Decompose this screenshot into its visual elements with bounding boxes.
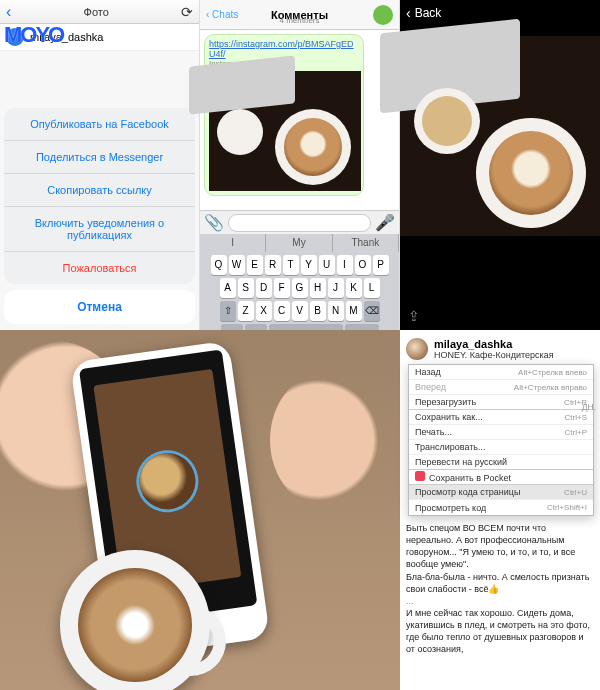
key-m[interactable]: M bbox=[346, 301, 362, 321]
caption-line: Быть спецом ВО ВСЕМ почти что нереально.… bbox=[406, 522, 594, 571]
chat-input[interactable] bbox=[228, 214, 371, 232]
enable-notifications[interactable]: Включить уведомления о публикациях bbox=[4, 207, 195, 252]
hand-right bbox=[270, 370, 390, 510]
ctx-перезагрузить[interactable]: ПерезагрузитьCtrl+R bbox=[409, 395, 593, 410]
key-l[interactable]: L bbox=[364, 278, 380, 298]
key-y[interactable]: Y bbox=[301, 255, 317, 275]
key-p[interactable]: P bbox=[373, 255, 389, 275]
ctx-назад[interactable]: НазадAlt+Стрелка влево bbox=[409, 365, 593, 380]
ctx-транслировать-[interactable]: Транслировать... bbox=[409, 440, 593, 455]
key-w[interactable]: W bbox=[229, 255, 245, 275]
lifestyle-photo bbox=[0, 330, 400, 690]
refresh-icon[interactable]: ⟳ bbox=[181, 4, 193, 20]
ctx-shortcut: Ctrl+S bbox=[565, 413, 587, 422]
key-v[interactable]: V bbox=[292, 301, 308, 321]
chat-body[interactable]: https://instagram.com/p/BMSAFgEDU4f/ Ins… bbox=[200, 30, 399, 210]
ctx-label: Просмотреть код bbox=[415, 503, 486, 513]
chat-header: ‹ Chats Комменты 4 members bbox=[200, 0, 399, 30]
key-t[interactable]: T bbox=[283, 255, 299, 275]
key-i[interactable]: I bbox=[337, 255, 353, 275]
ctx-label: Транслировать... bbox=[415, 442, 486, 452]
key-d[interactable]: D bbox=[256, 278, 272, 298]
back-icon[interactable]: ‹ bbox=[6, 3, 11, 21]
suggestion[interactable]: Thank bbox=[333, 234, 399, 252]
ctx-сохранить-в-pocket[interactable]: Сохранить в Pocket bbox=[409, 470, 593, 485]
ctx-просмотреть-код[interactable]: Просмотреть кодCtrl+Shift+I bbox=[409, 500, 593, 515]
ctx-shortcut: Alt+Стрелка влево bbox=[518, 368, 587, 377]
keyboard-suggestions: I My Thank bbox=[200, 234, 399, 252]
copy-link[interactable]: Скопировать ссылку bbox=[4, 174, 195, 207]
viewer-image[interactable] bbox=[400, 36, 600, 236]
back-chevron-icon[interactable]: ‹ bbox=[406, 5, 411, 21]
ctx-label: Печать... bbox=[415, 427, 452, 437]
ctx-label: Перевести на русский bbox=[415, 457, 507, 467]
key-f[interactable]: F bbox=[274, 278, 290, 298]
ctx-сохранить-как-[interactable]: Сохранить как...Ctrl+S bbox=[409, 410, 593, 425]
key-e[interactable]: E bbox=[247, 255, 263, 275]
share-messenger[interactable]: Поделиться в Messenger bbox=[4, 141, 195, 174]
cancel-button[interactable]: Отмена bbox=[4, 290, 195, 324]
telegram-panel: ‹ Chats Комменты 4 members https://insta… bbox=[200, 0, 400, 330]
key-g[interactable]: G bbox=[292, 278, 308, 298]
key-b[interactable]: B bbox=[310, 301, 326, 321]
ctx-shortcut: Alt+Стрелка вправо bbox=[514, 383, 587, 392]
ctx-вперед: ВпередAlt+Стрелка вправо bbox=[409, 380, 593, 395]
key-s[interactable]: S bbox=[238, 278, 254, 298]
ctx-label: Вперед bbox=[415, 382, 446, 392]
share-icon[interactable]: ⇪ bbox=[408, 308, 420, 324]
back-label[interactable]: Back bbox=[415, 6, 442, 20]
caption-line: Бла-бла-была - ничто. А смелость признат… bbox=[406, 571, 594, 595]
post-author[interactable]: milaya_dashka HONEY. Кафе-Кондитерская bbox=[406, 338, 594, 360]
ctx-label: Назад bbox=[415, 367, 441, 377]
nav-bar: ‹ Фото ⟳ bbox=[0, 0, 199, 24]
key-a[interactable]: A bbox=[220, 278, 236, 298]
moyo-logo: MOYO bbox=[4, 22, 63, 48]
key-z[interactable]: Z bbox=[238, 301, 254, 321]
attach-icon[interactable]: 📎 bbox=[204, 213, 224, 232]
key-r[interactable]: R bbox=[265, 255, 281, 275]
key-n[interactable]: N bbox=[328, 301, 344, 321]
key-k[interactable]: K bbox=[346, 278, 362, 298]
ctx-label: Сохранить в Pocket bbox=[415, 471, 511, 483]
ctx-печать-[interactable]: Печать...Ctrl+P bbox=[409, 425, 593, 440]
key-⌫[interactable]: ⌫ bbox=[364, 301, 380, 321]
ctx-label: Сохранить как... bbox=[415, 412, 483, 422]
ctx-shortcut: Ctrl+U bbox=[564, 488, 587, 497]
author-username[interactable]: milaya_dashka bbox=[434, 338, 554, 350]
key-u[interactable]: U bbox=[319, 255, 335, 275]
message-image[interactable] bbox=[209, 71, 361, 191]
action-sheet: Опубликовать на Facebook Поделиться в Me… bbox=[4, 108, 195, 324]
ctx-перевести-на-русский[interactable]: Перевести на русский bbox=[409, 455, 593, 470]
caption-line: ... bbox=[406, 595, 594, 607]
share-facebook[interactable]: Опубликовать на Facebook bbox=[4, 108, 195, 141]
report[interactable]: Пожаловаться bbox=[4, 252, 195, 284]
key-q[interactable]: Q bbox=[211, 255, 227, 275]
suggestion[interactable]: I bbox=[200, 234, 266, 252]
action-sheet-group: Опубликовать на Facebook Поделиться в Me… bbox=[4, 108, 195, 284]
key-o[interactable]: O bbox=[355, 255, 371, 275]
key-j[interactable]: J bbox=[328, 278, 344, 298]
nav-title: Фото bbox=[84, 6, 109, 18]
key-x[interactable]: X bbox=[256, 301, 272, 321]
key-h[interactable]: H bbox=[310, 278, 326, 298]
image-viewer: ‹ Back ⇪ bbox=[400, 0, 600, 330]
chat-subtitle: 4 members bbox=[200, 16, 399, 25]
key-⇧[interactable]: ⇧ bbox=[220, 301, 236, 321]
ctx-просмотр-кода-страницы[interactable]: Просмотр кода страницыCtrl+U bbox=[409, 485, 593, 500]
coffee-cup bbox=[60, 550, 210, 690]
mic-icon[interactable]: 🎤 bbox=[375, 213, 395, 232]
message-bubble[interactable]: https://instagram.com/p/BMSAFgEDU4f/ Ins… bbox=[204, 34, 364, 196]
ctx-label: Просмотр кода страницы bbox=[415, 487, 520, 497]
suggestion[interactable]: My bbox=[266, 234, 332, 252]
caption-line: И мне сейчас так хорошо. Сидеть дома, ук… bbox=[406, 607, 594, 656]
key-c[interactable]: C bbox=[274, 301, 290, 321]
context-menu: НазадAlt+Стрелка влевоВпередAlt+Стрелка … bbox=[408, 364, 594, 516]
author-location[interactable]: HONEY. Кафе-Кондитерская bbox=[434, 350, 554, 360]
browser-context-panel: milaya_dashka HONEY. Кафе-Кондитерская Н… bbox=[400, 330, 600, 690]
ctx-label: Перезагрузить bbox=[415, 397, 476, 407]
avatar bbox=[406, 338, 428, 360]
pocket-icon bbox=[415, 471, 425, 481]
ctx-shortcut: Ctrl+Shift+I bbox=[547, 503, 587, 512]
ctx-shortcut: Ctrl+P bbox=[565, 428, 587, 437]
chat-input-row: 📎 🎤 bbox=[200, 210, 399, 234]
